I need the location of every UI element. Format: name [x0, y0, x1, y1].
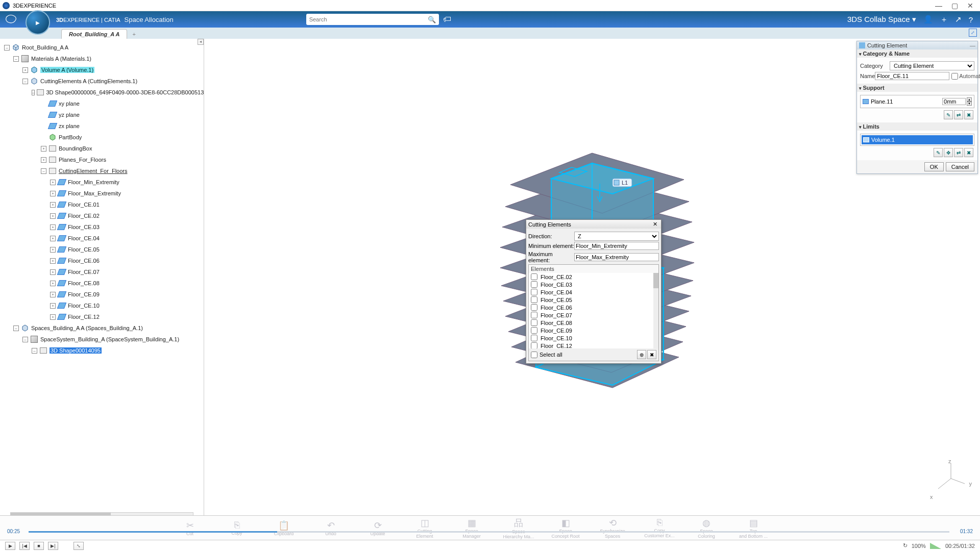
direction-select[interactable]: Z [574, 232, 659, 241]
element-row[interactable]: Floor_CE.04 [529, 288, 658, 296]
section-support[interactable]: Support [857, 84, 977, 92]
support-offset-input[interactable] [942, 98, 966, 105]
dialog-close-icon[interactable]: ✕ [651, 221, 659, 228]
support-swap-icon[interactable]: ⇄ [954, 110, 963, 119]
element-row[interactable]: Floor_CE.10 [529, 334, 658, 342]
element-checkbox[interactable] [531, 342, 537, 348]
tab-root-building[interactable]: Root_Building_A A [61, 29, 127, 39]
element-row[interactable]: Floor_CE.03 [529, 281, 658, 288]
tree-node-floor-ce[interactable]: +Floor_CE.08 [4, 278, 204, 289]
element-row[interactable]: Floor_CE.05 [529, 296, 658, 304]
loop-icon[interactable]: ↻ [903, 542, 908, 549]
select-all-checkbox[interactable] [531, 352, 537, 358]
tree-node-root[interactable]: –Root_Building_A A [4, 42, 204, 53]
play-button[interactable]: ▶ [5, 542, 15, 550]
add-icon[interactable]: ＋ [940, 15, 948, 24]
section-category-name[interactable]: Category & Name [857, 49, 977, 58]
search-icon[interactable]: 🔍 [428, 16, 436, 23]
tree-node-floor-ce[interactable]: +Floor_CE.09 [4, 289, 204, 300]
tree-node-floor-ce[interactable]: +Floor_CE.05 [4, 244, 204, 255]
ok-button[interactable]: OK [924, 162, 944, 171]
fullscreen-icon[interactable]: ⤢ [969, 29, 977, 37]
tree-node-zxplane[interactable]: zx plane [4, 120, 204, 132]
user-icon[interactable]: 👤 [923, 15, 933, 24]
element-checkbox[interactable] [531, 312, 537, 318]
tree-collapse-icon[interactable]: ◂ [198, 39, 204, 45]
tree-node-volume[interactable]: +Volume A (Volume.1) [4, 64, 204, 76]
seek-bar[interactable]: 00:25 01:32 [29, 530, 949, 533]
tree-node-floor-ce[interactable]: +Floor_CE.04 [4, 233, 204, 244]
name-input[interactable] [875, 72, 949, 80]
compass-icon[interactable] [26, 10, 50, 35]
tree-node-cuttingel-floors[interactable]: –CuttingElement_For_Floors [4, 165, 204, 177]
command-button[interactable]: 📋Clipboard [267, 520, 300, 536]
tree-node-floor-ce[interactable]: +Floor_CE.06 [4, 255, 204, 266]
element-checkbox[interactable] [531, 319, 537, 326]
tree-node-planes-floors[interactable]: +Planes_For_Floors [4, 154, 204, 165]
next-button[interactable]: ▶| [48, 542, 58, 550]
share-icon[interactable]: ↗ [955, 15, 962, 24]
command-button[interactable]: ▤Topand Bottom ... [737, 517, 770, 539]
max-element-input[interactable] [574, 253, 659, 261]
help-icon[interactable]: ? [969, 15, 973, 24]
element-checkbox[interactable] [531, 273, 537, 280]
command-button[interactable]: ⎘CopyCustomer Ex... [643, 517, 676, 538]
tree-node-floor-min[interactable]: +Floor_Min_Extremity [4, 177, 204, 188]
limits-pick-icon[interactable]: ✥ [944, 148, 953, 157]
limits-edit-icon[interactable]: ✎ [934, 148, 943, 157]
command-button[interactable]: ◧SpaceConcept Root [549, 517, 582, 539]
limits-clear-icon[interactable]: ✖ [964, 148, 973, 157]
tree-node-floor-ce[interactable]: +Floor_CE.02 [4, 210, 204, 221]
element-row[interactable]: Floor_CE.12 [529, 342, 658, 348]
tree-node-3dshape[interactable]: –3D Shape00000006_649F0409-0000-3DE8-60C… [4, 87, 204, 98]
tree-node-yzplane[interactable]: yz plane [4, 109, 204, 120]
command-button[interactable]: ⟳Update [361, 520, 394, 536]
close-button[interactable]: ✕ [967, 2, 973, 10]
category-select[interactable]: Cutting Element [890, 61, 974, 70]
tree-node-floor-ce[interactable]: +Floor_CE.07 [4, 266, 204, 278]
command-button[interactable]: ⎘Copy [220, 520, 253, 536]
command-button[interactable]: 品SpaceHierarchy Ma... [502, 517, 535, 539]
cancel-button[interactable]: Cancel [946, 162, 974, 171]
offset-up[interactable]: ▲ [967, 97, 972, 102]
min-element-input[interactable] [574, 242, 659, 250]
axis-gizmo[interactable]: z y x [933, 462, 969, 498]
tree-node-floor-max[interactable]: +Floor_Max_Extremity [4, 188, 204, 199]
tree-node-spaces[interactable]: –Spaces_Building_A A (Spaces_Building_A.… [4, 322, 204, 334]
tree-node-spacesystem[interactable]: –SpaceSystem_Building_A (SpaceSystem_Bui… [4, 334, 204, 345]
elements-scrollbar[interactable] [653, 273, 658, 348]
tab-add[interactable]: + [127, 30, 140, 39]
minimize-button[interactable]: — [935, 2, 942, 10]
tree-node-floor-ce[interactable]: +Floor_CE.01 [4, 199, 204, 210]
command-button[interactable]: ◫CuttingElement [408, 517, 441, 539]
limits-item[interactable]: Volume.1 [862, 135, 973, 144]
tag-icon[interactable]: 🏷 [443, 15, 451, 24]
collab-space-dropdown[interactable]: 3DS Collab Space ▾ [847, 15, 916, 24]
automatic-checkbox[interactable] [951, 73, 958, 80]
tree-node-materials[interactable]: –Materials A (Materials.1) [4, 53, 204, 64]
elements-add-icon[interactable]: ⊕ [637, 350, 646, 359]
limits-swap-icon[interactable]: ⇄ [954, 148, 963, 157]
support-item[interactable]: Plane.11 [871, 98, 942, 105]
prev-button[interactable]: |◀ [19, 542, 30, 550]
stop-button[interactable]: ■ [34, 542, 44, 550]
panel-minimize-icon[interactable]: — [970, 42, 975, 48]
command-button[interactable]: ✂Cut [174, 520, 206, 536]
tree-node-cutting-elements[interactable]: –CuttingElements A (CuttingElements.1) [4, 76, 204, 87]
element-row[interactable]: Floor_CE.06 [529, 304, 658, 311]
element-row[interactable]: Floor_CE.07 [529, 311, 658, 319]
expand-button[interactable]: ⤡ [74, 542, 84, 550]
tree-node-xyplane[interactable]: xy plane [4, 98, 204, 109]
section-limits[interactable]: Limits [857, 122, 977, 131]
tree-node-boundingbox[interactable]: +BoundingBox [4, 143, 204, 154]
command-button[interactable]: ↶Undo [314, 520, 347, 536]
tree-node-partbody[interactable]: PartBody [4, 132, 204, 143]
element-checkbox[interactable] [531, 304, 537, 311]
tree-node-floor-ce[interactable]: +Floor_CE.12 [4, 311, 204, 322]
element-checkbox[interactable] [531, 281, 537, 288]
element-row[interactable]: Floor_CE.08 [529, 319, 658, 327]
command-button[interactable]: ⟲SynchronizeSpaces [596, 517, 629, 539]
element-checkbox[interactable] [531, 296, 537, 303]
element-checkbox[interactable] [531, 289, 537, 295]
support-clear-icon[interactable]: ✖ [964, 110, 973, 119]
